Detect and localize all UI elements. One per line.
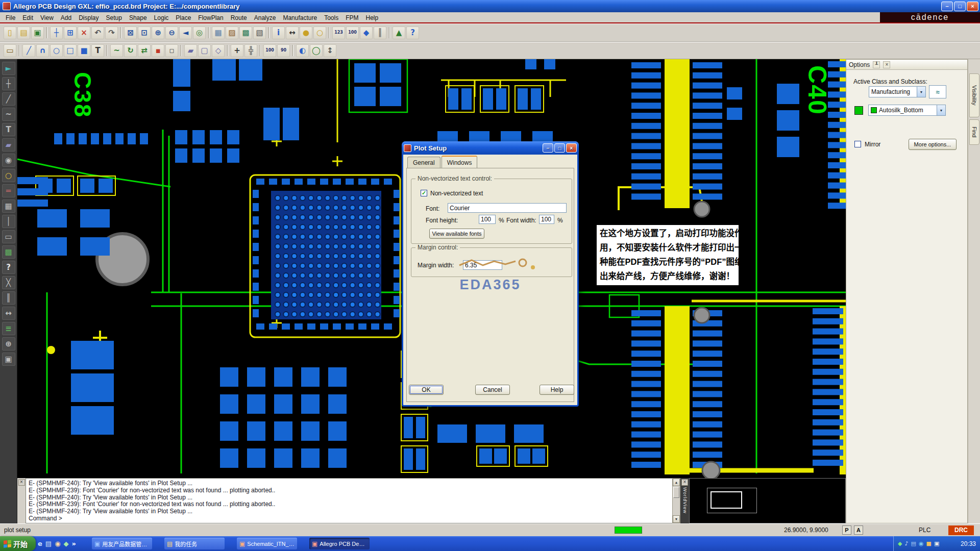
messenger-icon[interactable]: ◆ xyxy=(63,540,68,547)
flip-view-button[interactable]: ◐ xyxy=(296,44,309,57)
dialog-maximize-button[interactable]: □ xyxy=(554,143,565,153)
menu-edit[interactable]: Edit xyxy=(19,13,37,22)
add-vertex-button[interactable]: + xyxy=(231,44,243,57)
help-button[interactable]: ? xyxy=(406,27,419,39)
palette-grid-button[interactable]: ▦ xyxy=(2,199,15,213)
menu-place[interactable]: Place xyxy=(172,13,194,22)
worldview-close-button[interactable]: × xyxy=(681,479,688,486)
language-bar-icon[interactable]: ▣ xyxy=(934,540,939,547)
tab-find[interactable]: Find xyxy=(969,119,979,145)
palette-text-button[interactable]: T xyxy=(2,123,15,136)
drc-indicator[interactable]: DRC xyxy=(948,525,974,535)
menu-fpm[interactable]: FPM xyxy=(342,13,362,22)
layer-visibility-button[interactable]: ▩ xyxy=(239,27,252,39)
waive-drc-button[interactable]: ◆ xyxy=(360,27,373,39)
palette-route-button[interactable]: ╱ xyxy=(2,92,15,106)
angle-90-button[interactable]: 90 xyxy=(277,44,290,57)
undo-button[interactable]: ↶ xyxy=(91,27,104,39)
internet-explorer-icon[interactable]: e xyxy=(38,540,42,547)
palette-ruler-button[interactable]: ═ xyxy=(2,184,15,197)
class-combo[interactable]: Manufacturing ▼ xyxy=(869,86,926,97)
unfix-button[interactable]: ▫ xyxy=(165,44,178,57)
add-line-button[interactable]: ╱ xyxy=(22,44,35,57)
palette-slide-button[interactable]: ~ xyxy=(2,108,15,121)
chevron-down-icon[interactable]: ▼ xyxy=(917,87,925,97)
console-scrollbar[interactable]: ▲ ▼ xyxy=(672,478,680,523)
console-close-button[interactable]: × xyxy=(18,479,25,486)
palette-bus-button[interactable]: ║ xyxy=(2,291,15,305)
zoom-previous-button[interactable]: ◄ xyxy=(179,27,192,39)
mirror-checkbox[interactable] xyxy=(854,141,861,147)
grid-toggle-button[interactable]: ▦ xyxy=(212,27,225,39)
chevron-down-icon[interactable]: ▼ xyxy=(937,105,945,115)
shape-add-button[interactable]: ▰ xyxy=(184,44,197,57)
label-100-button[interactable]: 100 xyxy=(346,27,359,39)
chevron-right-icon[interactable]: » xyxy=(71,540,76,547)
a-toggle[interactable]: A xyxy=(854,525,863,535)
instant-messenger-icon[interactable]: ◉ xyxy=(919,540,924,547)
more-options-button[interactable]: More options... xyxy=(909,139,957,150)
add-arc-button[interactable]: ∩ xyxy=(36,44,49,57)
palette-color-button[interactable]: ▩ xyxy=(2,245,15,259)
palette-shape-button[interactable]: ▰ xyxy=(2,138,15,152)
network-icon[interactable]: ▤ xyxy=(911,540,916,547)
palette-line-button[interactable]: │ xyxy=(2,215,15,228)
options-close-icon[interactable]: × xyxy=(883,61,890,68)
taskbar-task-4[interactable]: ▣Allegro PCB Design G... xyxy=(309,538,370,549)
open-drawing-button[interactable]: ▤ xyxy=(17,27,30,39)
fix-button[interactable]: ▪ xyxy=(152,44,164,57)
menu-manufacture[interactable]: Manufacture xyxy=(279,13,321,22)
zoom-fit-button[interactable]: ⊡ xyxy=(138,27,151,39)
p-toggle[interactable]: P xyxy=(842,525,851,535)
show-element-button[interactable]: i xyxy=(272,27,285,39)
non-vectorized-text-checkbox[interactable]: ✓ xyxy=(421,190,427,196)
menu-shape[interactable]: Shape xyxy=(126,13,151,22)
color-dialog-button[interactable]: ▨ xyxy=(226,27,238,39)
palette-move-button[interactable]: ┼ xyxy=(2,77,15,90)
palette-via-button[interactable]: ○ xyxy=(2,169,15,182)
scriptrecord-button[interactable]: ▲ xyxy=(393,27,405,39)
slide-button[interactable]: ~ xyxy=(110,44,123,57)
menu-help[interactable]: Help xyxy=(362,13,382,22)
redo-button[interactable]: ↷ xyxy=(105,27,118,39)
shadow-mode-button[interactable]: ▧ xyxy=(253,27,266,39)
menu-display[interactable]: Display xyxy=(75,13,102,22)
dehighlight-button[interactable]: ○ xyxy=(313,27,326,39)
label-100b-button[interactable]: 100 xyxy=(263,44,276,57)
copy-button[interactable]: ⊞ xyxy=(64,27,77,39)
redraw-button[interactable]: ◎ xyxy=(193,27,206,39)
class-artwork-button[interactable]: ≈ xyxy=(929,85,946,98)
security-center-icon[interactable]: ■ xyxy=(926,540,932,547)
window-close-button[interactable]: × xyxy=(967,2,978,11)
delete-button[interactable]: × xyxy=(78,27,90,39)
active-color-swatch[interactable] xyxy=(854,106,863,115)
palette-layers-button[interactable]: ≡ xyxy=(2,322,15,335)
taskbar-task-2[interactable]: ▤我的任务 xyxy=(164,538,225,549)
zoom-in-button[interactable]: ⊕ xyxy=(152,27,164,39)
zoom-points-button[interactable]: ⊠ xyxy=(124,27,137,39)
media-player-icon[interactable]: ◉ xyxy=(55,540,60,547)
palette-zoom-button[interactable]: ⊕ xyxy=(2,337,15,350)
margin-width-input[interactable] xyxy=(463,260,502,270)
ok-button[interactable]: OK xyxy=(409,385,444,395)
window-maximize-button[interactable]: □ xyxy=(954,2,966,11)
menu-view[interactable]: View xyxy=(37,13,57,22)
scroll-up-icon[interactable]: ▲ xyxy=(673,479,680,486)
dialog-title-bar[interactable]: Plot Setup – □ × xyxy=(402,141,579,155)
view-available-fonts-button[interactable]: View available fonts xyxy=(429,229,484,239)
menu-tools[interactable]: Tools xyxy=(321,13,342,22)
shape-edit-button[interactable]: ◇ xyxy=(212,44,225,57)
refresh-view-button[interactable]: ◯ xyxy=(310,44,323,57)
add-circle-button[interactable]: ○ xyxy=(50,44,63,57)
scroll-down-icon[interactable]: ▼ xyxy=(673,515,680,523)
menu-logic[interactable]: Logic xyxy=(151,13,173,22)
font-height-input[interactable] xyxy=(479,215,496,224)
new-drawing-button[interactable]: ▯ xyxy=(4,27,16,39)
label-123-button[interactable]: 123 xyxy=(332,27,345,39)
palette-measure-button[interactable]: ↔ xyxy=(2,307,15,320)
menu-file[interactable]: File xyxy=(2,13,19,22)
font-input[interactable] xyxy=(448,203,567,213)
palette-rect-button[interactable]: ▭ xyxy=(2,230,15,243)
taskbar-task-1[interactable]: ▣用友产品数据管理... xyxy=(92,538,152,549)
shape-void-button[interactable]: ▢ xyxy=(198,44,211,57)
